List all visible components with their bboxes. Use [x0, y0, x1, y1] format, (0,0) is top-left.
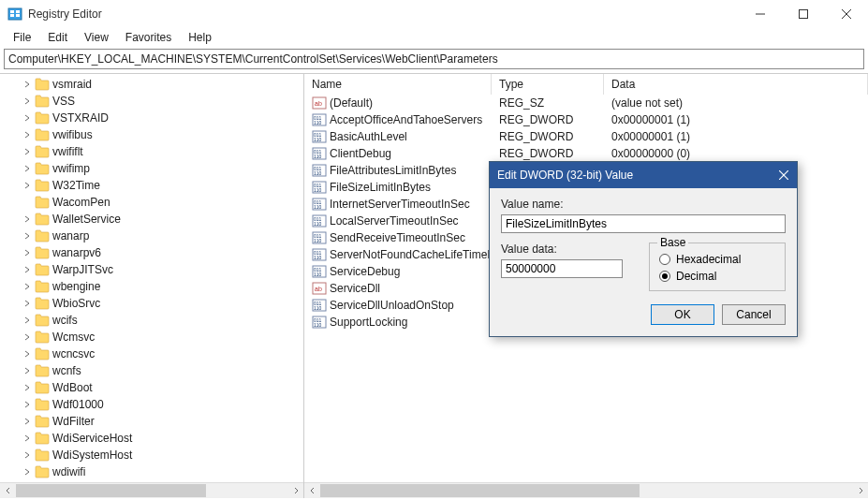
chevron-right-icon[interactable] [21, 364, 34, 377]
chevron-right-icon[interactable] [21, 465, 34, 478]
tree-item[interactable]: VSS [2, 93, 303, 110]
chevron-right-icon[interactable] [21, 331, 34, 344]
menu-edit[interactable]: Edit [40, 29, 75, 46]
chevron-right-icon[interactable] [21, 111, 34, 125]
tree-item[interactable]: vwifibus [2, 126, 303, 143]
list-row[interactable]: 011110BasicAuthLevelREG_DWORD0x00000001 … [304, 128, 868, 145]
tree-item[interactable]: wcncsvc [2, 346, 303, 362]
tree-item[interactable]: wcifs [2, 312, 303, 329]
radio-hexadecimal[interactable]: Hexadecimal [659, 253, 775, 266]
svg-rect-4 [16, 14, 20, 17]
tree-item[interactable]: Wdf01000 [2, 396, 303, 413]
chevron-right-icon[interactable] [21, 162, 34, 175]
maximize-button[interactable] [782, 0, 825, 28]
tree-item[interactable]: WalletService [2, 211, 303, 228]
menu-view[interactable]: View [77, 29, 116, 46]
tree-item[interactable]: vwifimp [2, 160, 303, 177]
menu-file[interactable]: File [6, 29, 38, 46]
chevron-right-icon[interactable] [21, 246, 34, 259]
tree-item[interactable]: W32Time [2, 177, 303, 194]
tree-item[interactable]: vsmraid [2, 76, 303, 93]
tree-hscrollbar[interactable] [0, 482, 303, 498]
tree-item[interactable]: WdiServiceHost [2, 430, 303, 447]
chevron-right-icon[interactable] [21, 78, 34, 91]
list-row[interactable]: 011110AcceptOfficeAndTahoeServersREG_DWO… [304, 111, 868, 128]
folder-icon [35, 432, 50, 445]
chevron-right-icon[interactable] [21, 432, 34, 445]
value-data-label: Value data: [501, 243, 632, 256]
value-data: 0x00000000 (0) [604, 147, 868, 160]
value-data-input[interactable] [501, 259, 623, 278]
dialog-titlebar[interactable]: Edit DWORD (32-bit) Value [490, 162, 797, 188]
registry-tree[interactable]: vsmraidVSSVSTXRAIDvwifibusvwififltvwifim… [0, 74, 303, 482]
value-name: FileAttributesLimitInBytes [330, 164, 456, 177]
chevron-right-icon[interactable] [21, 280, 34, 293]
chevron-right-icon[interactable] [21, 95, 34, 108]
value-data: 0x00000001 (1) [604, 130, 868, 143]
chevron-right-icon[interactable] [21, 263, 34, 276]
menu-help[interactable]: Help [181, 29, 219, 46]
chevron-right-icon[interactable] [21, 297, 34, 310]
tree-item[interactable]: WacomPen [2, 194, 303, 211]
ok-button[interactable]: OK [651, 304, 714, 325]
dialog-close-button[interactable] [771, 162, 797, 188]
scroll-right-icon[interactable] [852, 483, 868, 499]
column-data[interactable]: Data [604, 74, 868, 95]
tree-item[interactable]: wanarpv6 [2, 244, 303, 261]
tree-label: WdiSystemHost [52, 449, 132, 462]
column-name[interactable]: Name [304, 74, 492, 95]
tree-item[interactable]: WdBoot [2, 379, 303, 396]
chevron-right-icon[interactable] [21, 213, 34, 226]
list-row[interactable]: ab(Default)REG_SZ(value not set) [304, 95, 868, 111]
tree-item[interactable]: WarpJITSvc [2, 261, 303, 278]
folder-icon [35, 449, 50, 462]
chevron-right-icon[interactable] [21, 145, 34, 158]
chevron-right-icon[interactable] [21, 179, 34, 192]
chevron-right-icon[interactable] [21, 398, 34, 411]
column-type[interactable]: Type [492, 74, 604, 95]
folder-icon [35, 111, 50, 125]
tree-item[interactable]: WbioSrvc [2, 295, 303, 312]
scroll-thumb[interactable] [16, 484, 206, 497]
chevron-right-icon[interactable] [21, 381, 34, 394]
tree-item[interactable]: wdiwifi [2, 463, 303, 480]
radio-decimal[interactable]: Decimal [659, 270, 775, 283]
chevron-right-icon[interactable] [21, 347, 34, 360]
chevron-right-icon[interactable] [21, 128, 34, 141]
tree-item[interactable]: wbengine [2, 278, 303, 295]
scroll-left-icon[interactable] [0, 483, 16, 499]
binary-value-icon: 011110 [312, 129, 327, 144]
tree-item[interactable]: WdFilter [2, 413, 303, 430]
value-type: REG_DWORD [492, 130, 604, 143]
scroll-left-icon[interactable] [304, 483, 320, 499]
list-hscrollbar[interactable] [304, 482, 868, 498]
chevron-right-icon[interactable] [21, 229, 34, 243]
tree-label: WbioSrvc [52, 297, 100, 310]
tree-item[interactable]: VSTXRAID [2, 110, 303, 126]
chevron-right-icon[interactable] [21, 415, 34, 428]
chevron-right-icon[interactable] [21, 314, 34, 327]
folder-icon [35, 364, 50, 377]
tree-item[interactable]: wanarp [2, 228, 303, 244]
list-row[interactable]: 011110ClientDebugREG_DWORD0x00000000 (0) [304, 145, 868, 162]
scroll-right-icon[interactable] [287, 483, 303, 499]
radio-dec-icon [659, 271, 670, 282]
close-button[interactable] [825, 0, 868, 28]
value-name: ServiceDebug [330, 265, 400, 278]
tree-label: vwififlt [52, 145, 83, 158]
tree-item[interactable]: vwififlt [2, 143, 303, 160]
tree-item[interactable]: Wcmsvc [2, 329, 303, 346]
binary-value-icon: 011110 [312, 230, 327, 245]
chevron-right-icon[interactable] [21, 449, 34, 462]
cancel-button[interactable]: Cancel [722, 304, 786, 325]
folder-icon [35, 162, 50, 175]
address-bar[interactable]: Computer\HKEY_LOCAL_MACHINE\SYSTEM\Curre… [4, 49, 864, 69]
tree-item[interactable]: wcnfs [2, 362, 303, 379]
minimize-button[interactable] [739, 0, 782, 28]
scroll-thumb[interactable] [320, 484, 640, 497]
tree-label: WarpJITSvc [52, 263, 113, 276]
menu-favorites[interactable]: Favorites [118, 29, 179, 46]
value-name-input[interactable] [501, 214, 786, 233]
folder-icon [35, 196, 50, 209]
tree-item[interactable]: WdiSystemHost [2, 447, 303, 463]
